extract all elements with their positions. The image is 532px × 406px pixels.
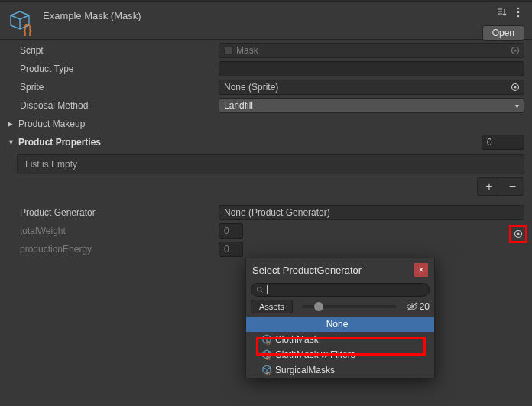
svg-line-11 — [261, 291, 262, 292]
product-generator-picker-icon[interactable] — [512, 228, 524, 240]
product-properties-label: Product Properties — [18, 137, 101, 148]
svg-point-7 — [514, 86, 516, 88]
preset-icon[interactable] — [495, 7, 508, 20]
svg-text:{}: {} — [23, 22, 32, 36]
scriptable-object-icon: {} — [261, 365, 272, 375]
script-row: Script Mask — [0, 41, 532, 60]
svg-point-1 — [517, 8, 520, 10]
search-icon — [256, 286, 264, 294]
product-type-row: Product Type — [0, 60, 532, 78]
product-makeup-label: Product Makeup — [18, 119, 85, 129]
popup-item-label: ClothMask w Filters — [275, 349, 355, 360]
list-add-remove: + − — [477, 177, 524, 196]
disposal-method-value: Landfill — [224, 100, 253, 111]
total-weight-field: 0 — [219, 223, 243, 239]
slider-thumb[interactable] — [314, 302, 323, 311]
foldout-triangle-icon: ▼ — [8, 138, 15, 146]
open-button[interactable]: Open — [482, 25, 524, 41]
popup-count-value: 20 — [420, 301, 430, 312]
popup-item-clothmask[interactable]: {} ClothMask — [246, 332, 434, 347]
total-weight-label: totalWeight — [20, 226, 219, 236]
product-generator-row: Product Generator None (Product Generato… — [0, 203, 532, 222]
svg-point-9 — [517, 232, 519, 235]
sprite-label: Sprite — [20, 82, 219, 93]
script-file-icon — [224, 46, 233, 55]
popup-toolbar: Assets 20 — [246, 300, 434, 317]
product-generator-label: Product Generator — [20, 207, 219, 218]
component-title: Example Mask (Mask) — [43, 10, 141, 21]
search-cursor — [267, 285, 268, 294]
svg-point-2 — [517, 11, 520, 14]
popup-item-surgicalmasks[interactable]: {} SurgicalMasks — [246, 362, 434, 378]
foldout-triangle-icon: ▶ — [8, 120, 15, 128]
product-properties-size-value: 0 — [487, 137, 492, 148]
popup-item-label: None — [326, 319, 349, 330]
script-picker-icon — [510, 45, 521, 56]
script-value: Mask — [236, 45, 258, 56]
component-cube-icon: {} — [8, 8, 35, 36]
product-generator-value: None (Product Generator) — [224, 207, 330, 218]
svg-point-5 — [514, 49, 516, 51]
svg-point-10 — [258, 287, 261, 291]
disposal-method-row: Disposal Method Landfill ▾ — [0, 96, 532, 115]
svg-text:{}: {} — [266, 339, 271, 345]
sprite-field[interactable]: None (Sprite) — [219, 80, 524, 95]
popup-item-label: SurgicalMasks — [275, 365, 335, 375]
product-properties-size-field[interactable]: 0 — [482, 135, 524, 150]
popup-result-list: None {} ClothMask {} ClothMask w Filters… — [246, 317, 434, 378]
eye-slash-icon — [406, 302, 418, 311]
chevron-down-icon: ▾ — [515, 102, 519, 110]
production-energy-field: 0 — [219, 242, 243, 257]
inspector-panel: {} Example Mask (Mask) Open Script Mask — [0, 2, 532, 258]
kebab-menu-icon[interactable] — [512, 7, 524, 20]
popup-close-button[interactable]: × — [414, 263, 428, 277]
product-properties-footer: + − — [17, 177, 524, 196]
component-header: {} Example Mask (Mask) Open — [0, 2, 532, 40]
object-picker-popup: Select ProductGenerator × Assets 20 None… — [245, 258, 435, 378]
sprite-picker-icon[interactable] — [510, 82, 521, 93]
popup-hidden-count[interactable]: 20 — [406, 301, 430, 312]
product-makeup-foldout[interactable]: ▶ Product Makeup — [0, 115, 532, 133]
product-type-field[interactable] — [219, 61, 524, 76]
product-properties-foldout[interactable]: ▼ Product Properties 0 — [0, 133, 532, 151]
popup-zoom-slider[interactable] — [302, 305, 397, 308]
sprite-row: Sprite None (Sprite) — [0, 78, 532, 96]
disposal-method-label: Disposal Method — [20, 100, 219, 111]
popup-item-none[interactable]: None — [246, 317, 434, 332]
disposal-method-field[interactable]: Landfill ▾ — [219, 98, 524, 113]
popup-item-clothmask-filters[interactable]: {} ClothMask w Filters — [246, 347, 434, 362]
svg-point-3 — [517, 15, 520, 18]
header-actions — [495, 7, 524, 20]
list-remove-button[interactable]: − — [501, 178, 524, 195]
total-weight-row: totalWeight 0 — [0, 222, 532, 240]
production-energy-row: productionEnergy 0 — [0, 240, 532, 258]
popup-search-input[interactable] — [251, 283, 430, 297]
total-weight-value: 0 — [224, 226, 229, 236]
scriptable-object-icon: {} — [261, 334, 272, 345]
popup-tab-assets[interactable]: Assets — [251, 300, 293, 313]
sprite-value: None (Sprite) — [224, 82, 278, 93]
svg-text:{}: {} — [266, 355, 271, 360]
scriptable-object-icon: {} — [261, 349, 272, 360]
popup-title-bar: Select ProductGenerator × — [246, 258, 434, 281]
script-field: Mask — [219, 43, 524, 58]
svg-text:{}: {} — [266, 370, 271, 375]
product-properties-empty: List is Empty — [17, 154, 524, 174]
product-generator-field[interactable]: None (Product Generator) — [219, 205, 524, 220]
script-label: Script — [20, 45, 219, 56]
popup-item-label: ClothMask — [275, 334, 319, 345]
popup-title: Select ProductGenerator — [252, 265, 362, 276]
product-type-label: Product Type — [20, 63, 219, 74]
production-energy-value: 0 — [224, 244, 229, 255]
production-energy-label: productionEnergy — [20, 244, 219, 255]
list-add-button[interactable]: + — [478, 178, 501, 195]
properties-list: Script Mask Product Type Sprite None (Sp… — [0, 40, 532, 258]
